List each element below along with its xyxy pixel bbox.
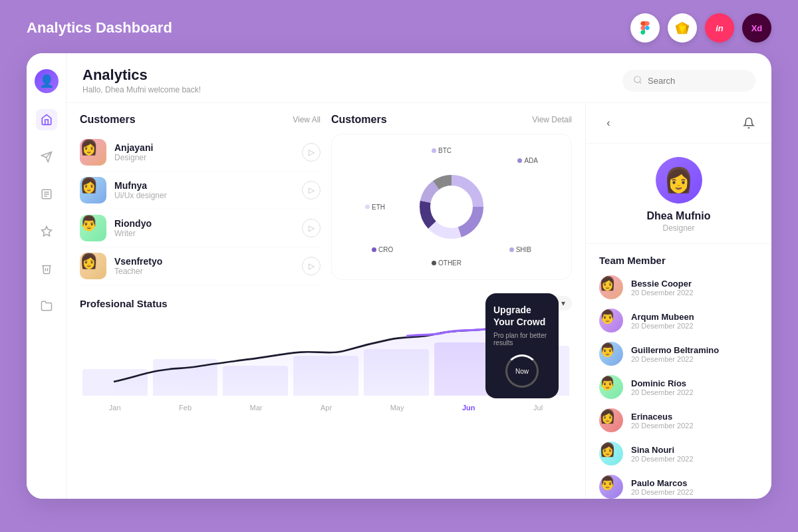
member-name-3: Guillermo Beltramino bbox=[631, 345, 758, 355]
customer-info-2: Mufnya Ui/Ux designer bbox=[114, 180, 294, 200]
legend-btc: BTC bbox=[438, 147, 452, 154]
svg-marker-14 bbox=[41, 227, 51, 236]
team-member-4: 👨 Dominic Ríos 20 Desember 2022 bbox=[599, 375, 758, 399]
legend-eth: ETH bbox=[372, 203, 385, 211]
upgrade-cta-button[interactable]: Now bbox=[505, 354, 539, 388]
team-member-2: 👨 Arqum Mubeen 20 Desember 2022 bbox=[599, 309, 758, 332]
invision-icon[interactable]: in bbox=[705, 13, 734, 43]
customer-arrow-2[interactable]: ▷ bbox=[302, 181, 321, 200]
team-member-5: 👩 Erinaceus 20 Desember 2022 bbox=[599, 408, 758, 432]
svg-point-15 bbox=[634, 76, 640, 82]
customer-avatar-1: 👩 bbox=[80, 139, 106, 166]
status-title: Profesional Status bbox=[80, 298, 168, 309]
profile-section: 👩 Dhea Mufnio Designer bbox=[586, 144, 771, 244]
customer-role-3: Writer bbox=[114, 229, 294, 238]
body: Customers View All 👩 Anjayani Designer bbox=[66, 103, 771, 499]
customer-info-4: Vsenfretyo Teacher bbox=[114, 256, 294, 276]
sidebar-avatar: 👤 bbox=[35, 69, 59, 93]
customer-role-1: Designer bbox=[114, 153, 294, 162]
customers-left-title: Customers bbox=[80, 114, 136, 126]
customer-avatar-2: 👩 bbox=[80, 177, 106, 203]
daily-chevron-icon: ▾ bbox=[561, 299, 565, 308]
upgrade-card[interactable]: Upgrade Your Crowd Pro plan for better r… bbox=[485, 293, 559, 398]
sidebar-item-folder[interactable] bbox=[36, 295, 57, 317]
donut-chart-svg bbox=[415, 170, 488, 243]
professional-status-section: Profesional Status Daily ▾ bbox=[80, 296, 572, 412]
upgrade-cta-label: Now bbox=[515, 368, 529, 375]
customers-left-col: Customers View All 👩 Anjayani Designer bbox=[80, 114, 321, 285]
customer-item-3: 👨 Riondyo Writer ▷ bbox=[80, 209, 321, 247]
sidebar-item-star[interactable] bbox=[36, 221, 57, 242]
customers-right-header: Customers View Detail bbox=[331, 114, 572, 126]
top-two-col: Customers View All 👩 Anjayani Designer bbox=[80, 114, 572, 285]
design-tool-icons: in Xd bbox=[630, 13, 771, 43]
label-feb: Feb bbox=[179, 404, 192, 412]
member-info-6: Sina Nouri 20 Desember 2022 bbox=[631, 445, 758, 463]
team-section: Team Member 👩 Bessie Cooper 20 Desember … bbox=[586, 244, 771, 499]
customer-name-4: Vsenfretyo bbox=[114, 256, 294, 267]
search-icon bbox=[633, 75, 642, 86]
member-info-1: Bessie Cooper 20 Desember 2022 bbox=[631, 279, 758, 297]
legend-other: OTHER bbox=[438, 259, 462, 267]
customers-right-title: Customers bbox=[331, 114, 387, 126]
sidebar-item-document[interactable] bbox=[36, 184, 57, 205]
team-title: Team Member bbox=[599, 255, 758, 266]
member-date-5: 20 Desember 2022 bbox=[631, 422, 758, 430]
right-panel-header: ‹ bbox=[586, 103, 771, 144]
member-info-3: Guillermo Beltramino 20 Desember 2022 bbox=[631, 345, 758, 363]
member-name-1: Bessie Cooper bbox=[631, 279, 758, 289]
top-bar: Analytics Dashboard i bbox=[0, 0, 798, 53]
customers-right-link[interactable]: View Detail bbox=[532, 115, 572, 124]
back-button[interactable]: ‹ bbox=[599, 114, 618, 132]
label-jun: Jun bbox=[462, 404, 475, 412]
member-date-2: 20 Desember 2022 bbox=[631, 322, 758, 330]
team-member-7: 👨 Paulo Marcos 20 Desember 2022 bbox=[599, 475, 758, 499]
member-avatar-6: 👩 bbox=[599, 442, 623, 466]
customers-right-col: Customers View Detail BTC bbox=[331, 114, 572, 285]
notification-button[interactable] bbox=[739, 114, 758, 132]
customer-item-4: 👩 Vsenfretyo Teacher ▷ bbox=[80, 247, 321, 285]
customers-left-link[interactable]: View All bbox=[293, 115, 321, 124]
header-title: Analytics bbox=[82, 66, 201, 84]
avatar-icon: 👤 bbox=[39, 74, 54, 88]
sidebar: 👤 bbox=[27, 53, 66, 499]
member-avatar-3: 👨 bbox=[599, 342, 623, 366]
customer-avatar-3: 👨 bbox=[80, 215, 106, 241]
customer-arrow-4[interactable]: ▷ bbox=[302, 257, 321, 275]
sidebar-item-home[interactable] bbox=[36, 109, 57, 130]
customer-name-3: Riondyo bbox=[114, 218, 294, 229]
search-bar[interactable] bbox=[622, 70, 755, 92]
sidebar-item-send[interactable] bbox=[36, 146, 57, 168]
customer-role-2: Ui/Ux designer bbox=[114, 191, 294, 200]
member-name-6: Sina Nouri bbox=[631, 445, 758, 455]
app-title: Analytics Dashboard bbox=[27, 19, 172, 37]
figma-icon[interactable] bbox=[630, 13, 660, 43]
sidebar-item-trash[interactable] bbox=[36, 258, 57, 279]
label-mar: Mar bbox=[250, 404, 263, 412]
label-jul: Jul bbox=[533, 404, 543, 412]
profile-name: Dhea Mufnio bbox=[647, 210, 711, 222]
sketch-icon[interactable] bbox=[668, 13, 697, 43]
member-name-7: Paulo Marcos bbox=[631, 478, 758, 488]
xd-icon[interactable]: Xd bbox=[742, 13, 771, 43]
team-member-3: 👨 Guillermo Beltramino 20 Desember 2022 bbox=[599, 342, 758, 366]
chart-labels: Jan Feb Mar Apr May Jun Jul bbox=[80, 404, 572, 412]
member-info-7: Paulo Marcos 20 Desember 2022 bbox=[631, 478, 758, 496]
member-avatar-5: 👩 bbox=[599, 408, 623, 432]
label-may: May bbox=[390, 404, 404, 412]
customer-arrow-3[interactable]: ▷ bbox=[302, 219, 321, 237]
search-input[interactable] bbox=[648, 76, 741, 86]
line-chart-container: Jan Feb Mar Apr May Jun Jul Upgrade bbox=[80, 319, 572, 412]
right-panel: ‹ 👩 Dhea Mufnio Designer bbox=[585, 103, 771, 499]
label-jan: Jan bbox=[109, 404, 121, 412]
legend-cro: CRO bbox=[378, 246, 393, 253]
upgrade-title: Upgrade Your Crowd bbox=[493, 304, 551, 328]
customer-avatar-4: 👩 bbox=[80, 253, 106, 279]
customer-name-1: Anjayani bbox=[114, 142, 294, 153]
member-date-7: 20 Desember 2022 bbox=[631, 488, 758, 496]
member-info-2: Arqum Mubeen 20 Desember 2022 bbox=[631, 312, 758, 330]
customer-role-4: Teacher bbox=[114, 267, 294, 276]
customer-arrow-1[interactable]: ▷ bbox=[302, 143, 321, 162]
customer-item-2: 👩 Mufnya Ui/Ux designer ▷ bbox=[80, 172, 321, 209]
customers-left-header: Customers View All bbox=[80, 114, 321, 126]
